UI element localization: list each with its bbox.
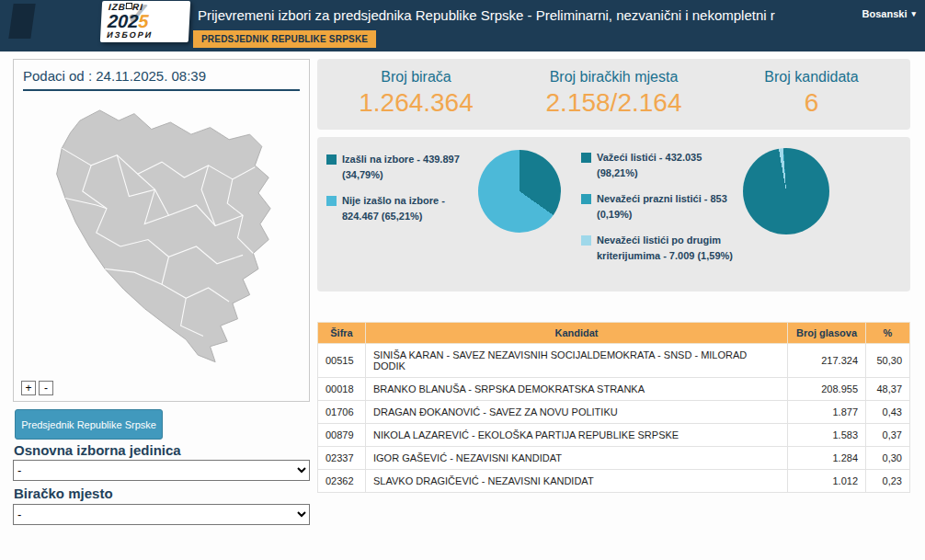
page-title: Prijevremeni izbori za predsjednika Repu…	[198, 7, 841, 23]
table-row: 02337 IGOR GAŠEVIĆ - NEZAVISNI KANDIDAT …	[318, 447, 910, 470]
map-zoom-controls: + -	[21, 381, 53, 395]
candidate-pct: 50,30	[866, 344, 910, 378]
stat-candidates-label: Broj kandidata	[713, 69, 910, 86]
stat-polling-stations-value: 2.158/2.164	[515, 88, 713, 118]
candidate-code: 02337	[318, 447, 366, 470]
legend-item-nevazeci-prazni: Nevažeći prazni listići - 853 (0,19%)	[581, 191, 736, 223]
legend-swatch-dark-teal	[581, 153, 591, 163]
candidate-code: 01706	[318, 401, 366, 424]
candidate-votes: 217.324	[788, 344, 866, 378]
candidate-name: DRAGAN ĐOKANOVIĆ - SAVEZ ZA NOVU POLITIK…	[366, 401, 788, 424]
legend-text: Važeći listići - 432.035 (98,21%)	[597, 150, 736, 181]
col-kandidat: Kandidat	[366, 323, 788, 344]
col-sifra: Šifra	[318, 323, 366, 344]
stat-candidates-value: 6	[713, 88, 910, 118]
stat-voters: Broj birača 1.264.364	[317, 59, 515, 130]
legend-item-vazeci: Važeći listići - 432.035 (98,21%)	[581, 150, 736, 181]
candidate-name: NIKOLA LAZAREVIĆ - EKOLOŠKA PARTIJA REPU…	[366, 424, 788, 447]
constituency-select[interactable]: -	[13, 460, 310, 481]
table-row: 00515 SINIŠA KARAN - SAVEZ NEZAVISNIH SO…	[318, 344, 910, 378]
candidate-pct: 0,30	[866, 447, 910, 470]
candidate-pct: 0,23	[866, 470, 910, 493]
data-timestamp: Podaci od : 24.11.2025. 08:39	[23, 68, 300, 91]
ballots-legend: Važeći listići - 432.035 (98,21%) Nevaže…	[581, 150, 736, 274]
candidate-pct: 0,43	[866, 401, 910, 424]
candidate-code: 00879	[318, 424, 366, 447]
table-row: 00018 BRANKO BLANUŠA - SRPSKA DEMOKRATSK…	[318, 378, 910, 401]
candidate-votes: 1.012	[788, 470, 866, 493]
language-label: Bosanski	[862, 8, 908, 19]
constituency-label: Osnovna izborna jedinica	[14, 442, 181, 458]
table-row: 02362 SLAVKO DRAGIČEVIĆ - NEZAVISNI KAND…	[318, 470, 910, 493]
stat-polling-stations: Broj biračkih mjesta 2.158/2.164	[515, 59, 713, 130]
legend-swatch-light-blue	[326, 196, 337, 206]
candidate-code: 00515	[318, 344, 366, 378]
turnout-pie-chart	[478, 150, 561, 233]
polling-station-label: Biračko mjesto	[14, 486, 113, 501]
legend-swatch-dark-teal	[326, 154, 337, 165]
results-table-wrap: Šifra Kandidat Broj glasova % 00515 SINI…	[317, 322, 910, 493]
col-pct: %	[866, 323, 910, 344]
summary-stats: Broj birača 1.264.364 Broj biračkih mjes…	[317, 59, 910, 130]
app-header: ✓ IZBRI 2025 ИЗБОРИ Prijevremeni izbori …	[0, 0, 925, 51]
predsjednik-republike-srpske-button[interactable]: Predsjednik Republike Srpske	[15, 409, 163, 440]
legend-swatch-pale-blue	[581, 235, 591, 246]
candidate-pct: 0,37	[866, 424, 910, 447]
results-table: Šifra Kandidat Broj glasova % 00515 SINI…	[317, 322, 910, 493]
logo-line-year: 2025	[108, 12, 184, 30]
bih-map[interactable]	[14, 95, 309, 374]
chevron-down-icon: ▾	[911, 9, 916, 18]
candidate-name: SINIŠA KARAN - SAVEZ NEZAVISNIH SOCIJALD…	[366, 344, 788, 378]
logo-line-cyrillic: ИЗБОРИ	[107, 30, 183, 40]
stat-voters-label: Broj birača	[317, 69, 515, 86]
logo-accent-shape	[8, 4, 35, 39]
zoom-out-button[interactable]: -	[39, 381, 53, 395]
candidate-votes: 1.877	[788, 401, 866, 424]
legend-item-izasli: Izašli na izbore - 439.897 (34,79%)	[326, 152, 478, 183]
candidate-votes: 208.955	[788, 378, 866, 401]
candidate-votes: 1.583	[788, 424, 866, 447]
legend-swatch-medium-teal	[581, 194, 591, 204]
table-row: 01706 DRAGAN ĐOKANOVIĆ - SAVEZ ZA NOVU P…	[318, 401, 910, 424]
legend-text: Izašli na izbore - 439.897 (34,79%)	[342, 152, 478, 183]
language-select[interactable]: Bosanski ▾	[862, 8, 916, 19]
legend-text: Nevažeći prazni listići - 853 (0,19%)	[597, 191, 736, 223]
table-row: 00879 NIKOLA LAZAREVIĆ - EKOLOŠKA PARTIJ…	[318, 424, 910, 447]
legend-text: Nevažeći listići po drugim kriterijumima…	[597, 233, 736, 264]
tab-predsjednik-republike-srpske[interactable]: PREDSJEDNIK REPUBLIKE SRPSKE	[193, 30, 376, 48]
table-header-row: Šifra Kandidat Broj glasova %	[318, 323, 910, 344]
polling-station-select[interactable]: -	[13, 504, 310, 525]
map-panel: Podaci od : 24.11.2025. 08:39	[13, 59, 310, 402]
candidate-pct: 48,37	[866, 378, 910, 401]
ballots-pie-chart	[743, 148, 829, 234]
candidate-code: 00018	[318, 378, 366, 401]
turnout-legend: Izašli na izbore - 439.897 (34,79%) Nije…	[326, 152, 478, 234]
col-broj-glasova: Broj glasova	[788, 323, 866, 344]
candidate-name: SLAVKO DRAGIČEVIĆ - NEZAVISNI KANDIDAT	[366, 470, 788, 493]
legend-item-nije-izaslo: Nije izašlo na izbore - 824.467 (65,21%)	[326, 193, 478, 224]
izbori-2025-logo: ✓ IZBRI 2025 ИЗБОРИ	[100, 1, 190, 42]
legend-text: Nije izašlo na izbore - 824.467 (65,21%)	[342, 193, 478, 224]
stat-candidates: Broj kandidata 6	[713, 59, 910, 130]
candidate-name: BRANKO BLANUŠA - SRPSKA DEMOKRATSKA STRA…	[366, 378, 788, 401]
zoom-in-button[interactable]: +	[21, 381, 36, 395]
legend-item-nevazeci-drugi: Nevažeći listići po drugim kriterijumima…	[581, 233, 736, 264]
stat-polling-stations-label: Broj biračkih mjesta	[515, 69, 713, 86]
candidate-code: 02362	[318, 470, 366, 493]
charts-panel: Izašli na izbore - 439.897 (34,79%) Nije…	[317, 137, 910, 291]
stat-voters-value: 1.264.364	[317, 88, 515, 118]
candidate-votes: 1.284	[788, 447, 866, 470]
bih-map-svg	[24, 95, 300, 371]
candidate-name: IGOR GAŠEVIĆ - NEZAVISNI KANDIDAT	[366, 447, 788, 470]
